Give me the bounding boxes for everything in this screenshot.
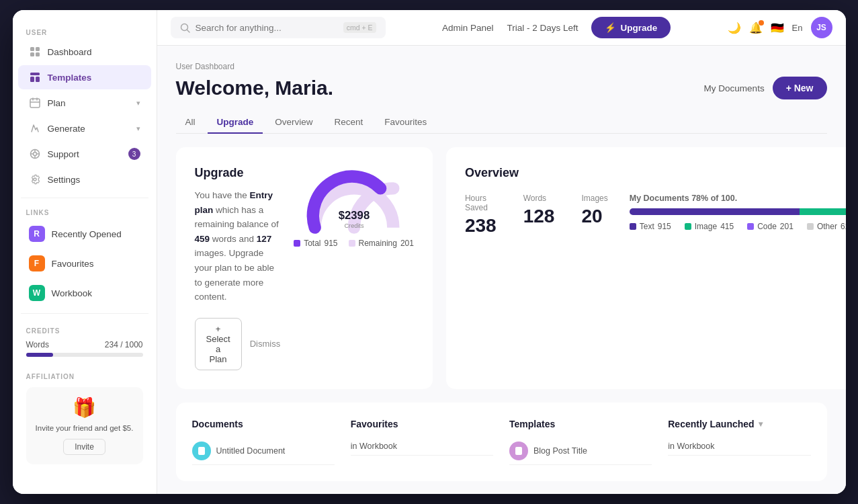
svg-rect-3 <box>36 52 40 56</box>
sidebar-item-plan[interactable]: Plan ▾ <box>18 91 151 115</box>
legend-image: Image 415 <box>685 222 734 231</box>
doc-name: Untitled Document <box>216 446 286 456</box>
total-value: 915 <box>325 239 338 248</box>
stat-images: Images 20 <box>581 194 607 237</box>
upgrade-label: Upgrade <box>620 23 657 33</box>
upgrade-card-title: Upgrade <box>195 166 281 180</box>
sidebar-item-settings[interactable]: Settings <box>18 167 151 192</box>
sidebar-item-support[interactable]: Support 3 <box>18 142 151 166</box>
admin-panel-link[interactable]: Admin Panel <box>442 23 494 33</box>
sidebar-item-templates[interactable]: Templates <box>18 65 151 89</box>
templates-icon <box>29 71 41 83</box>
stat-words: Words 128 <box>523 194 555 237</box>
chevron-down-icon: ▾ <box>136 124 140 133</box>
svg-rect-6 <box>36 77 40 82</box>
doc-of: of 100. <box>711 194 738 203</box>
other-label: Other <box>817 222 837 231</box>
code-dot <box>747 223 754 230</box>
table-row[interactable]: Blog Post Title <box>509 437 652 465</box>
text-label: Text <box>640 222 654 231</box>
sidebar-item-favourites[interactable]: F Favourites <box>18 249 151 278</box>
sidebar-item-label: Favourites <box>52 259 94 269</box>
images-count: 127 <box>257 234 272 244</box>
chevron-down-icon: ▾ <box>136 99 140 108</box>
trial-label: Trial - 2 Days Left <box>507 23 578 33</box>
bottom-favourites: Favourites in Workbook <box>351 419 493 465</box>
affiliation-text: Invite your friend and get $5. <box>36 423 134 433</box>
breadcrumb: User Dashboard <box>176 62 827 71</box>
sidebar: USER Dashboard Templates Plan ▾ Gen <box>13 10 157 494</box>
svg-point-9 <box>33 153 36 156</box>
sidebar-divider-1 <box>21 198 148 198</box>
recently-location: in Workbook <box>668 442 714 451</box>
remaining-value: 201 <box>400 239 414 248</box>
table-row[interactable]: in Workbook <box>351 437 493 456</box>
sidebar-item-dashboard[interactable]: Dashboard <box>18 40 151 64</box>
affiliation-section: AFFILIATION 🎁 Invite your friend and get… <box>13 365 157 472</box>
svg-rect-13 <box>198 447 205 455</box>
header-center: Admin Panel Trial - 2 Days Left ⚡ Upgrad… <box>396 17 717 38</box>
credits-section: CREDITS Words 234 / 1000 <box>13 319 157 362</box>
upgrade-button[interactable]: ⚡ Upgrade <box>591 17 671 38</box>
template-icon <box>509 442 528 460</box>
invite-button[interactable]: Invite <box>63 439 105 455</box>
bell-icon[interactable]: 🔔 <box>749 22 763 34</box>
page-title-row: Welcome, Maria. My Documents + New <box>176 77 827 99</box>
bottom-documents-title: Documents <box>192 419 335 429</box>
sidebar-section-links: LINKS <box>13 204 157 219</box>
table-row[interactable]: in Workbook <box>668 437 810 456</box>
dismiss-button[interactable]: Dismiss <box>250 339 281 349</box>
workbook-dot: W <box>29 285 45 301</box>
total-label: Total <box>304 239 320 248</box>
code-label: Code <box>757 222 777 231</box>
new-button[interactable]: + New <box>773 77 827 99</box>
notification-dot <box>759 20 764 26</box>
affiliation-label: AFFILIATION <box>26 373 143 380</box>
stat-hours-value: 238 <box>465 215 497 237</box>
my-documents-link[interactable]: My Documents <box>704 83 765 93</box>
main-content: cmd + E Admin Panel Trial - 2 Days Left … <box>157 10 846 494</box>
search-shortcut: cmd + E <box>343 22 376 33</box>
select-plan-button[interactable]: + Select a Plan <box>195 318 242 370</box>
bottom-favourites-title: Favourites <box>351 419 493 429</box>
text-value: 915 <box>658 222 671 231</box>
support-badge: 3 <box>128 148 140 160</box>
doc-icon <box>192 442 211 460</box>
sidebar-item-recently-opened[interactable]: R Recently Opened <box>18 220 151 248</box>
sidebar-item-label: Workbook <box>52 288 93 298</box>
language-label[interactable]: En <box>792 23 803 33</box>
sidebar-item-workbook[interactable]: W Workbook <box>18 279 151 307</box>
upgrade-card-desc: You have the Entry plan which has a rema… <box>195 188 281 304</box>
svg-rect-1 <box>36 47 40 51</box>
bottom-grid: Documents Untitled Document Favourites i… <box>192 419 811 465</box>
bottom-templates-title: Templates <box>509 419 652 429</box>
pb-text <box>630 208 800 215</box>
upgrade-card: Upgrade You have the Entry plan which ha… <box>176 147 433 389</box>
sidebar-item-label: Support <box>48 149 79 159</box>
doc-label: My Documents 78% of 100. <box>630 194 846 203</box>
recently-chevron: ▾ <box>759 419 763 429</box>
plan-name: Entry plan <box>195 190 273 215</box>
legend-text: Text 915 <box>630 222 671 231</box>
tab-overview[interactable]: Overview <box>265 112 322 134</box>
tab-upgrade[interactable]: Upgrade <box>208 112 263 134</box>
table-row[interactable]: Untitled Document <box>192 437 335 465</box>
pb-image <box>800 208 846 215</box>
bottom-templates: Templates Blog Post Title <box>509 419 652 465</box>
user-avatar[interactable]: JS <box>811 17 832 38</box>
search-input[interactable] <box>196 23 338 33</box>
tab-recent[interactable]: Recent <box>325 112 373 134</box>
image-label: Image <box>695 222 717 231</box>
tab-all[interactable]: All <box>176 112 205 134</box>
bottom-recently: Recently Launched ▾ in Workbook <box>668 419 810 465</box>
page-title: Welcome, Maria. <box>176 77 704 99</box>
upgrade-actions: + Select a Plan Dismiss <box>195 318 281 370</box>
stat-images-value: 20 <box>581 206 607 227</box>
tab-favourites[interactable]: Favourites <box>375 112 436 134</box>
moon-icon[interactable]: 🌙 <box>728 22 741 34</box>
sidebar-item-label: Recently Opened <box>52 229 122 239</box>
bottom-section: Documents Untitled Document Favourites i… <box>176 403 827 481</box>
sidebar-item-generate[interactable]: Generate ▾ <box>18 116 151 140</box>
tabs: All Upgrade Overview Recent Favourites <box>176 112 827 134</box>
cards-grid: Upgrade You have the Entry plan which ha… <box>176 147 827 389</box>
